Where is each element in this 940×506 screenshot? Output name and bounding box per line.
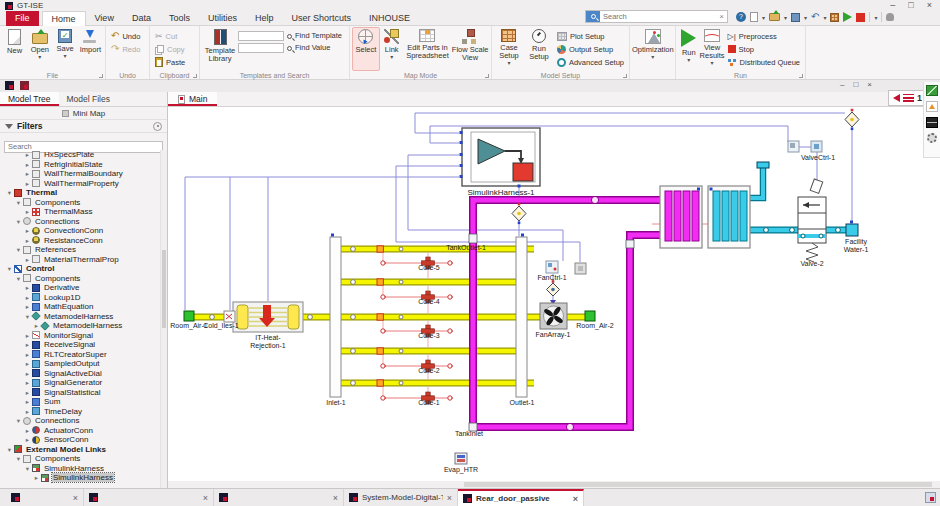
component-outlet[interactable]	[516, 237, 527, 397]
tree-item-wallthermalproperty[interactable]: ▸WallThermalProperty	[0, 179, 160, 189]
tree-item-receivesignal[interactable]: ▸ReceiveSignal	[0, 340, 160, 350]
run-icon[interactable]	[843, 12, 852, 22]
tree-item-sensorconn[interactable]: ▸SensorConn	[0, 435, 160, 445]
expander-icon[interactable]: ▸	[23, 350, 32, 359]
tree-item-control[interactable]: ▾Control	[0, 264, 160, 274]
expander-icon[interactable]: ▸	[23, 435, 32, 444]
find-template-button[interactable]: Find Template	[295, 32, 342, 40]
tree-item-signalstatistical[interactable]: ▸SignalStatistical	[0, 388, 160, 398]
expander-icon[interactable]: ▸	[32, 473, 41, 482]
find-value-button[interactable]: Find Value	[295, 44, 330, 52]
pump-icon[interactable]	[591, 196, 598, 203]
import-button[interactable]: Import	[78, 27, 103, 71]
component-evap-htr[interactable]	[455, 453, 467, 464]
select-button[interactable]: Select	[352, 27, 380, 71]
tree-item-rltcreatorsuper[interactable]: ▸RLTCreatorSuper	[0, 350, 160, 360]
scrollbar-thumb[interactable]	[464, 482, 932, 487]
tree-item-metamodelharness[interactable]: ▾MetamodelHarness	[0, 312, 160, 322]
expander-icon[interactable]: ▸	[23, 236, 32, 245]
tree-item-derivative[interactable]: ▸Derivative	[0, 283, 160, 293]
expander-icon[interactable]: ▾	[5, 188, 14, 197]
component-fan-ctrl[interactable]	[546, 261, 558, 273]
panel-tab-model-files[interactable]: Model Files	[59, 92, 118, 106]
tree-item-references[interactable]: ▾References	[0, 245, 160, 255]
tree-item-simulinkharness[interactable]: ▾SimulinkHarness	[0, 464, 160, 474]
component-room-air-2[interactable]	[585, 311, 595, 321]
document-tab-untitled-3[interactable]: ×	[214, 489, 344, 506]
flow-scale-button[interactable]: Flow Scale View	[451, 27, 489, 71]
expander-icon[interactable]: ▸	[23, 388, 32, 397]
mini-map-section[interactable]: Mini Map	[0, 107, 167, 120]
menu-tab-view[interactable]: View	[86, 11, 123, 26]
expander-icon[interactable]: ▸	[23, 150, 32, 159]
filters-header[interactable]: Filters	[0, 120, 167, 133]
expander-icon[interactable]: ▾	[14, 274, 23, 283]
close-icon[interactable]: ×	[927, 0, 932, 10]
tree-item-sum[interactable]: ▸Sum	[0, 397, 160, 407]
gear-icon[interactable]	[927, 133, 937, 143]
expander-icon[interactable]: ▸	[23, 207, 32, 216]
expander-icon[interactable]: ▸	[23, 397, 32, 406]
tree-item-metamodelharness[interactable]: ▸MetamodelHarness	[0, 321, 160, 331]
redo-button[interactable]: ↷Redo	[108, 43, 147, 55]
component-inlet[interactable]	[330, 237, 341, 397]
component-fan-array[interactable]	[540, 303, 567, 329]
expander-icon[interactable]: ▸	[23, 255, 32, 264]
new-file-icon[interactable]	[750, 12, 758, 22]
tree-item-resistanceconn[interactable]: ▸ResistanceConn	[0, 236, 160, 246]
tree-item-components[interactable]: ▾Components	[0, 198, 160, 208]
global-search[interactable]: ×	[585, 10, 728, 23]
expander-icon[interactable]: ▾	[5, 445, 14, 454]
new-dropdown-icon[interactable]: ▾	[762, 14, 765, 21]
warnings-icon[interactable]	[926, 101, 938, 112]
expander-icon[interactable]: ▸	[23, 369, 32, 378]
close-icon[interactable]: ×	[573, 494, 578, 504]
template-library-button[interactable]: Template Library	[202, 27, 238, 71]
dialog-launcher-icon[interactable]	[799, 74, 803, 78]
stop-button[interactable]: Stop	[725, 43, 803, 55]
expander-icon[interactable]: ▸	[23, 293, 32, 302]
tree-item-mathequation[interactable]: ▸MathEquation	[0, 302, 160, 312]
undo-dropdown-icon[interactable]: ▾	[823, 14, 826, 21]
pipe-flange[interactable]	[626, 240, 634, 248]
undo-icon[interactable]: ↶	[811, 12, 819, 22]
document-tab-system-model-digital-twin.gtm[interactable]: System-Model-Digital-Twin.gtm×	[344, 489, 458, 506]
tree-item-monitorsignal[interactable]: ▸MonitorSignal	[0, 331, 160, 341]
save-dropdown-icon[interactable]: ▾	[804, 14, 807, 21]
tree-item-refriginitialstate[interactable]: ▸RefrigInitialState	[0, 160, 160, 170]
layers-icon[interactable]	[926, 117, 938, 128]
scrollbar-thumb[interactable]	[162, 250, 166, 328]
gt-window-icon[interactable]	[5, 81, 14, 90]
close-icon[interactable]: ×	[73, 493, 78, 503]
expander-icon[interactable]: ▾	[5, 264, 14, 273]
tab-main[interactable]: Main	[168, 92, 217, 106]
expander-icon[interactable]: ▾	[14, 454, 23, 463]
model-map[interactable]: SimulinkHarness-1 TankOutlet-1 TankInlet…	[168, 107, 940, 481]
tree-item-signalactivedial[interactable]: ▸SignalActiveDial	[0, 369, 160, 379]
open-dropdown-icon[interactable]: ▾	[784, 14, 787, 21]
menu-tab-file[interactable]: File	[6, 11, 39, 26]
tree-item-actuatorconn[interactable]: ▸ActuatorConn	[0, 426, 160, 436]
notifications-icon[interactable]	[886, 13, 894, 21]
expander-icon[interactable]: ▸	[23, 283, 32, 292]
expander-icon[interactable]: ▾	[14, 217, 23, 226]
copy-button[interactable]: Copy	[152, 43, 197, 55]
maximize-icon[interactable]: □	[908, 0, 913, 10]
menu-tab-tools[interactable]: Tools	[160, 11, 199, 26]
close-icon[interactable]: ×	[203, 493, 208, 503]
expander-icon[interactable]: ▸	[23, 407, 32, 416]
close-icon[interactable]: ×	[333, 493, 338, 503]
dialog-launcher-icon[interactable]	[99, 74, 103, 78]
menu-tab-home[interactable]: Home	[42, 11, 86, 26]
dialog-launcher-icon[interactable]	[193, 74, 197, 78]
component-facility-water[interactable]	[846, 221, 858, 237]
tree-item-connections[interactable]: ▾Connections	[0, 416, 160, 426]
output-setup-button[interactable]: Output Setup	[554, 43, 627, 55]
tree-scrollbar[interactable]	[160, 150, 167, 488]
search-input[interactable]	[600, 12, 719, 21]
tree-item-components[interactable]: ▾Components	[0, 274, 160, 284]
open-folder-icon[interactable]	[769, 13, 780, 21]
component-valve-2[interactable]	[798, 179, 826, 262]
link-button[interactable]: Link▾	[380, 27, 404, 71]
open-button[interactable]: Open▾	[27, 27, 52, 71]
